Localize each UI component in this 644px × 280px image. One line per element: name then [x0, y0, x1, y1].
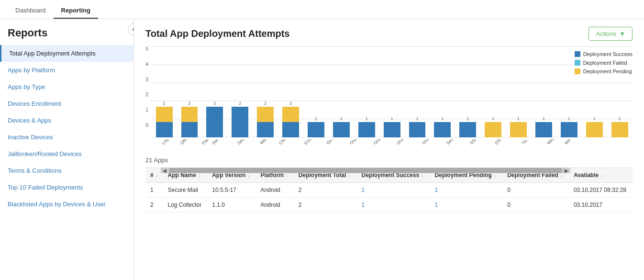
table-cell: 1: [357, 183, 430, 198]
bar-total-label: 2: [239, 101, 241, 106]
content-header: Total App Deployment Attempts Actions ▼: [145, 27, 633, 41]
sidebar-item[interactable]: Jailbroken/Rooted Devices: [0, 146, 133, 162]
table-cell: 1.1.0: [207, 198, 255, 213]
main-layout: ❮ Reports Total App Deployment AttemptsA…: [0, 19, 644, 280]
sidebar-item[interactable]: Apps by Type: [0, 78, 133, 95]
bar-total-label: 1: [593, 116, 596, 121]
bar-stack: [308, 122, 324, 137]
table-cell[interactable]: Secure Mail: [163, 183, 207, 198]
sidebar-title: Reports: [0, 27, 133, 45]
bar-total-label: 2: [264, 101, 266, 106]
table-column-header: #↓: [145, 168, 163, 183]
sort-icon[interactable]: ↓: [198, 173, 200, 178]
table-cell: 03.10.2017 08:32:28: [569, 183, 633, 198]
bar-group: 1: [431, 46, 455, 137]
bar-stack: [409, 122, 426, 137]
table-cell[interactable]: Log Collector: [163, 198, 207, 213]
bar-stack: [561, 122, 577, 137]
bar-pending-segment: [611, 122, 628, 137]
scroll-left-arrow[interactable]: ◀: [161, 168, 168, 173]
bar-group: 1: [304, 46, 328, 137]
bar-group: 1: [355, 46, 378, 137]
sidebar-item[interactable]: Total App Deployment Attempts: [0, 45, 133, 62]
sort-icon[interactable]: ↓: [247, 173, 250, 178]
bar-group: 2: [254, 46, 278, 137]
bar-stack: [510, 122, 527, 137]
sidebar-item[interactable]: Apps by Platform: [0, 62, 133, 78]
bar-stack: [485, 122, 501, 137]
sort-icon[interactable]: ↓: [600, 173, 603, 178]
table-column-header: Available↓: [569, 168, 633, 183]
bar-group: 2: [228, 46, 252, 137]
sort-icon[interactable]: ↓: [155, 173, 158, 178]
sidebar-item[interactable]: Devices Enrollment: [0, 95, 133, 112]
sidebar: ❮ Reports Total App Deployment AttemptsA…: [0, 19, 134, 280]
bar-total-label: 1: [517, 116, 520, 121]
bar-stack: [535, 122, 552, 137]
bar-success-segment: [535, 122, 552, 137]
bar-stack: [257, 107, 274, 137]
sidebar-item[interactable]: Terms & Conditions: [0, 162, 133, 179]
sort-icon[interactable]: ↓: [560, 173, 563, 178]
bar-total-label: 2: [188, 101, 190, 106]
chart-scrollbar[interactable]: ◀ ▶: [161, 168, 570, 173]
bar-success-segment: [257, 122, 274, 137]
sidebar-item[interactable]: Inactive Devices: [0, 129, 133, 146]
table-cell: 2: [294, 183, 357, 198]
bar-group: 1: [380, 46, 404, 137]
bar-group: 1: [507, 46, 531, 137]
content-area: Total App Deployment Attempts Actions ▼ …: [134, 19, 644, 280]
sort-icon[interactable]: ↓: [286, 173, 288, 178]
sort-icon[interactable]: ↓: [494, 173, 496, 178]
sidebar-item[interactable]: Top 10 Failed Deployments: [0, 179, 133, 196]
bar-stack: [384, 122, 400, 137]
bar-total-label: 2: [213, 101, 216, 106]
legend-success-color: [575, 51, 580, 57]
bar-group: 2: [203, 46, 227, 137]
scroll-right-arrow[interactable]: ▶: [563, 168, 570, 173]
sort-icon[interactable]: ↓: [348, 173, 351, 178]
bar-stack: [434, 122, 451, 137]
table-cell: 1: [430, 198, 503, 213]
sidebar-item[interactable]: Blacklisted Apps by Devices & User: [0, 196, 133, 213]
nav-dashboard[interactable]: Dashboard: [8, 3, 54, 19]
bar-total-label: 1: [391, 116, 393, 121]
table-cell: 0: [502, 183, 569, 198]
bar-stack: [232, 107, 248, 137]
page-title: Total App Deployment Attempts: [145, 28, 289, 39]
bar-total-label: 1: [366, 116, 368, 121]
chart-legend: Deployment Success Deployment Failed Dep…: [575, 51, 633, 74]
table-cell: 1: [430, 183, 503, 198]
bar-total-label: 1: [568, 116, 570, 121]
table-cell: 1: [145, 183, 163, 198]
sidebar-item[interactable]: Devices & Apps: [0, 112, 133, 129]
bar-pending-segment: [282, 107, 299, 122]
table-cell: 2: [294, 198, 357, 213]
bar-total-label: 1: [619, 116, 621, 121]
bar-total-label: 1: [441, 116, 444, 121]
bar-success-segment: [409, 122, 426, 137]
bar-success-segment: [384, 122, 400, 137]
bar-success-segment: [358, 122, 375, 137]
bar-group: 1: [532, 46, 555, 137]
scroll-thumb[interactable]: [169, 168, 562, 173]
table-cell: Android: [255, 183, 293, 198]
table-cell: 03.10.2017: [569, 198, 633, 213]
table-row: 2Log Collector1.1.0Android211003.10.2017: [145, 198, 633, 213]
bar-stack: [156, 107, 173, 137]
legend-failed-label: Deployment Failed: [583, 60, 627, 66]
bar-stack: [282, 107, 299, 137]
table-cell: 2: [145, 198, 163, 213]
top-nav: Dashboard Reporting: [0, 0, 644, 19]
bar-pending-segment: [181, 107, 198, 122]
bar-success-segment: [459, 122, 476, 137]
actions-button[interactable]: Actions ▼: [588, 27, 633, 41]
bar-success-segment: [333, 122, 350, 137]
bar-total-label: 1: [492, 116, 494, 121]
legend-failed-color: [575, 60, 580, 66]
sort-icon[interactable]: ↓: [421, 173, 423, 178]
bars-area: 2222221111111111111: [151, 46, 633, 137]
legend-success-label: Deployment Success: [583, 51, 633, 57]
nav-reporting[interactable]: Reporting: [54, 3, 98, 19]
legend-pending-label: Deployment Pending: [583, 68, 632, 74]
